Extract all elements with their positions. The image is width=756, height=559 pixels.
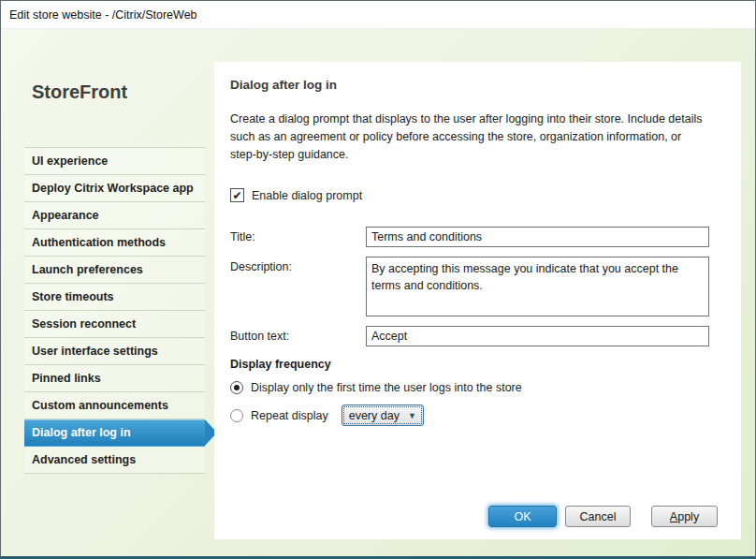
title-label: Title: [230,230,366,243]
description-input[interactable]: By accepting this message you indicate t… [366,257,709,316]
apply-button[interactable]: Apply [651,506,718,527]
enable-dialog-prompt-label[interactable]: Enable dialog prompt [252,189,362,202]
edit-store-website-window: Edit store website - /Citrix/StoreWeb St… [0,0,756,559]
sidebar-item-deploy-citrix-workspace-app[interactable]: Deploy Citrix Workspace app [24,175,205,202]
chevron-down-icon: ▼ [408,411,416,420]
display-frequency-heading: Display frequency [230,358,718,371]
sidebar-item-appearance[interactable]: Appearance [24,202,205,229]
sidebar-item-store-timeouts[interactable]: Store timeouts [24,284,205,311]
settings-nav: UI experience Deploy Citrix Workspace ap… [24,147,205,474]
sidebar-item-user-interface-settings[interactable]: User interface settings [24,338,205,365]
repeat-interval-dropdown[interactable]: every day ▼ [342,405,424,426]
button-text-input[interactable] [366,326,709,346]
ok-button[interactable]: OK [488,506,557,527]
sidebar-item-ui-experience[interactable]: UI experience [24,148,205,175]
sidebar-item-pinned-links[interactable]: Pinned links [24,365,205,392]
sidebar-item-advanced-settings[interactable]: Advanced settings [24,447,205,474]
repeat-display-label[interactable]: Repeat display [251,409,328,422]
checkmark-icon: ✔ [232,190,241,201]
sidebar-item-authentication-methods[interactable]: Authentication methods [24,229,205,257]
button-text-label: Button text: [230,330,366,343]
storefront-logo: StoreFront [32,81,127,103]
enable-dialog-prompt-checkbox[interactable]: ✔ [230,188,244,202]
description-label: Description: [230,257,366,273]
window-title: Edit store website - /Citrix/StoreWeb [9,8,197,22]
title-bar: Edit store website - /Citrix/StoreWeb [1,1,755,29]
display-first-time-label[interactable]: Display only the first time the user log… [251,381,522,394]
title-input[interactable] [366,227,709,247]
sidebar-item-session-reconnect[interactable]: Session reconnect [24,311,205,338]
sidebar-item-dialog-after-log-in[interactable]: Dialog after log in [24,419,205,447]
dialog-after-log-in-panel: Dialog after log in Create a dialog prom… [214,62,741,539]
repeat-interval-value: every day [349,409,400,422]
page-title: Dialog after log in [230,78,718,92]
repeat-display-radio[interactable] [230,409,243,422]
display-first-time-radio[interactable] [230,381,243,394]
intro-text: Create a dialog prompt that displays to … [230,110,705,164]
sidebar-item-custom-announcements[interactable]: Custom announcements [24,392,205,419]
sidebar-item-launch-preferences[interactable]: Launch preferences [24,257,205,284]
cancel-button[interactable]: Cancel [565,506,631,527]
